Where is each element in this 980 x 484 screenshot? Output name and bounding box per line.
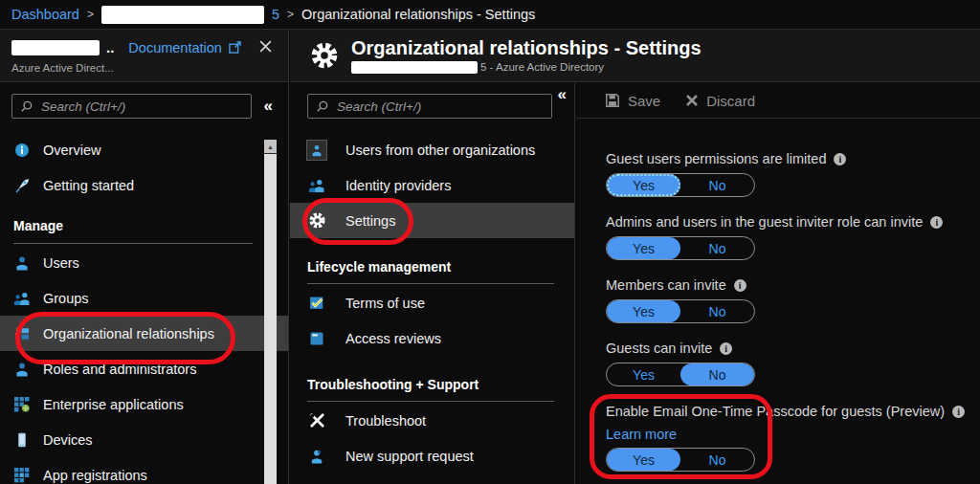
manage-section-header: Manage <box>13 218 288 235</box>
info-icon[interactable] <box>930 216 943 229</box>
directory-subtitle: Azure Active Direct... <box>11 62 277 74</box>
breadcrumb-separator: > <box>87 8 94 21</box>
info-icon[interactable] <box>734 279 746 292</box>
sidebar-item-label: Groups <box>43 291 89 306</box>
user-tile-icon <box>306 140 327 161</box>
sidebar-item-label: Organizational relationships <box>43 326 214 341</box>
breadcrumb-dashboard-link[interactable]: Dashboard <box>11 7 79 22</box>
scrollbar-thumb[interactable] <box>264 154 277 484</box>
directory-blade-header: .. Documentation Azure Active Direct... <box>0 29 288 82</box>
sidebar-item-label: Roles and administrators <box>43 362 196 377</box>
menu-item-troubleshoot[interactable]: Troubleshoot <box>290 403 574 438</box>
setting-row-guest-users-permissions: Guest users permissions are limited Yes … <box>606 151 980 197</box>
user-icon <box>13 255 31 271</box>
menu-item-label: New support request <box>345 449 474 464</box>
info-icon[interactable] <box>952 406 965 418</box>
sidebar-item-label: Getting started <box>43 178 134 193</box>
toggle-no-option[interactable]: No <box>680 300 754 322</box>
toggle-yes-option[interactable]: Yes <box>607 174 680 196</box>
directory-title-ellipsis: .. <box>106 39 114 55</box>
menu-item-settings[interactable]: Settings <box>290 203 574 238</box>
sidebar-search[interactable] <box>11 94 252 119</box>
breadcrumb: Dashboard > 5 > Organizational relations… <box>0 0 980 29</box>
blade-search[interactable] <box>307 94 552 119</box>
toggle-yes-option[interactable]: Yes <box>607 300 680 322</box>
close-icon[interactable] <box>258 39 273 54</box>
setting-label: Guests can invite <box>606 341 712 356</box>
toggle-no-option[interactable]: No <box>680 449 754 471</box>
info-icon[interactable] <box>834 153 846 165</box>
sidebar-scrollbar[interactable] <box>264 140 277 484</box>
menu-item-identity-providers[interactable]: Identity providers <box>290 167 574 203</box>
sidebar-item-groups[interactable]: Groups <box>0 280 288 316</box>
documentation-link[interactable]: Documentation <box>128 40 222 55</box>
collapse-menu-icon[interactable]: « <box>264 98 273 114</box>
toggle-guest-users-permissions[interactable]: Yes No <box>606 173 755 197</box>
toggle-no-option[interactable]: No <box>680 174 754 196</box>
sidebar-item-organizational-relationships[interactable]: Organizational relationships <box>0 316 288 351</box>
menu-item-access-reviews[interactable]: Access reviews <box>290 320 574 356</box>
gear-icon <box>311 42 338 69</box>
device-icon <box>13 432 31 448</box>
org-relationships-icon <box>13 326 31 341</box>
toggle-admins-can-invite[interactable]: Yes No <box>606 236 755 260</box>
toggle-members-can-invite[interactable]: Yes No <box>606 299 755 323</box>
toggle-yes-option[interactable]: Yes <box>607 237 680 259</box>
sidebar-item-users[interactable]: Users <box>0 245 288 280</box>
menu-item-terms-of-use[interactable]: Terms of use <box>290 285 574 320</box>
discard-x-icon <box>685 94 699 107</box>
toggle-yes-option[interactable]: Yes <box>607 449 680 471</box>
terms-check-icon <box>306 295 327 311</box>
divider <box>13 243 253 244</box>
sidebar-item-roles-and-administrators[interactable]: Roles and administrators <box>0 351 288 386</box>
breadcrumb-current-page: Organizational relationships - Settings <box>301 7 535 22</box>
search-input[interactable] <box>41 99 243 114</box>
info-icon <box>13 143 31 158</box>
tools-icon <box>306 412 327 429</box>
page-title: Organizational relationships - Settings <box>351 38 702 58</box>
info-icon[interactable] <box>720 342 732 355</box>
discard-button[interactable]: Discard <box>685 93 755 109</box>
toggle-yes-option[interactable]: Yes <box>607 363 680 385</box>
external-link-icon[interactable] <box>229 41 241 54</box>
menu-item-new-support-request[interactable]: New support request <box>290 438 574 473</box>
divider <box>307 283 554 284</box>
directory-blade: .. Documentation Azure Active Direct... … <box>0 29 289 484</box>
sidebar-item-getting-started[interactable]: Getting started <box>0 167 288 203</box>
scroll-up-icon[interactable] <box>264 140 277 153</box>
learn-more-link[interactable]: Learn more <box>606 427 677 442</box>
save-button-label: Save <box>628 93 660 109</box>
save-button[interactable]: Save <box>605 93 660 109</box>
menu-item-label: Users from other organizations <box>345 143 535 158</box>
setting-label: Enable Email One-Time Passcode for guest… <box>606 404 945 419</box>
sidebar-item-app-registrations[interactable]: App registrations <box>0 457 288 484</box>
sidebar-item-devices[interactable]: Devices <box>0 422 288 457</box>
search-input[interactable] <box>337 99 544 114</box>
search-icon <box>316 99 329 113</box>
directory-menu: « Overview Getting started <box>0 94 288 484</box>
rocket-icon <box>13 178 31 193</box>
toggle-guests-can-invite[interactable]: Yes No <box>606 363 755 386</box>
toggle-email-one-time-passcode[interactable]: Yes No <box>606 448 755 472</box>
setting-row-email-one-time-passcode: Enable Email One-Time Passcode for guest… <box>606 404 980 472</box>
command-bar: Save Discard <box>576 83 980 119</box>
menu-item-users-from-other-organizations[interactable]: Users from other organizations <box>290 132 574 167</box>
redaction-block <box>351 61 478 74</box>
setting-label: Admins and users in the guest inviter ro… <box>606 214 923 230</box>
breadcrumb-directory-link[interactable]: 5 <box>272 7 279 22</box>
sidebar-item-label: Enterprise applications <box>43 397 184 412</box>
users-icon <box>13 291 31 306</box>
save-icon <box>605 93 620 108</box>
toggle-no-option[interactable]: No <box>680 363 754 385</box>
sidebar-item-enterprise-applications[interactable]: Enterprise applications <box>0 386 288 422</box>
collapse-menu-icon[interactable]: « <box>558 86 567 102</box>
user-admin-icon <box>13 362 31 377</box>
users-icon <box>306 178 327 193</box>
sidebar-item-overview[interactable]: Overview <box>0 132 288 167</box>
sidebar-item-label: Users <box>43 255 79 271</box>
menu-item-label: Identity providers <box>345 178 451 193</box>
toggle-no-option[interactable]: No <box>680 237 754 259</box>
settings-content: Save Discard Guest users permissions are… <box>576 83 980 484</box>
redaction-block <box>11 40 100 55</box>
apps-grid-globe-icon <box>13 397 31 412</box>
